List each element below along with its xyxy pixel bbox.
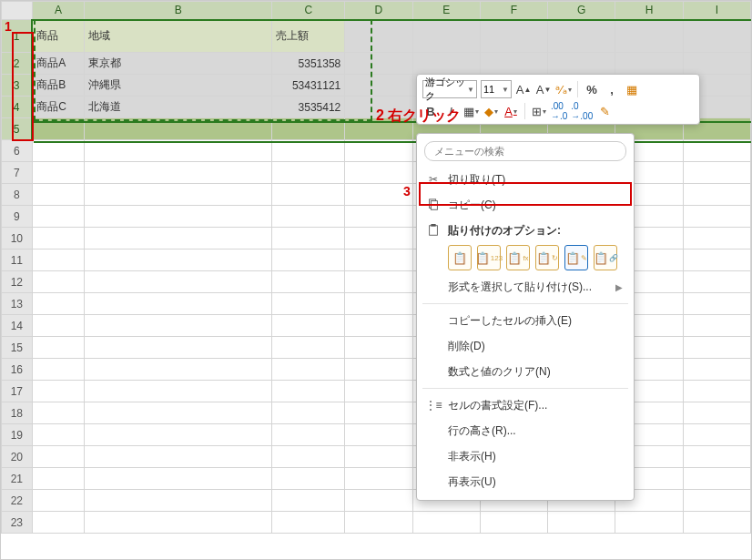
row-header-23[interactable]: 23 <box>2 512 33 534</box>
cell-A4[interactable]: 商品C <box>32 97 85 118</box>
font-size-combo[interactable]: 11▼ <box>481 80 512 98</box>
font-name-combo[interactable]: 游ゴシック▼ <box>422 80 477 98</box>
cell-I1[interactable] <box>683 20 750 53</box>
cell-C2[interactable]: 5351358 <box>272 53 345 75</box>
copy-icon <box>426 199 441 211</box>
svg-rect-1 <box>431 201 437 210</box>
row-header-2[interactable]: 2 <box>2 53 33 75</box>
menu-unhide[interactable]: 再表示(U) <box>417 469 634 494</box>
paste-option-all[interactable]: 📋 <box>448 245 472 270</box>
row-header-4[interactable]: 4 <box>2 97 33 118</box>
menu-clear[interactable]: 数式と値のクリア(N) <box>417 359 634 384</box>
annotation-1: 1 <box>5 19 12 34</box>
format-painter-icon[interactable]: ✎ <box>596 102 613 120</box>
col-header-A[interactable]: A <box>32 2 85 20</box>
menu-format-cells[interactable]: ⋮≡ セルの書式設定(F)... <box>417 392 634 418</box>
cell-C1[interactable]: 売上額 <box>272 20 345 53</box>
phonetic-icon[interactable]: ᵃ⁄ₐ▾ <box>555 80 572 98</box>
percent-icon[interactable]: % <box>584 80 600 98</box>
menu-delete[interactable]: 削除(D) <box>417 333 634 359</box>
row-header-14[interactable]: 14 <box>2 315 33 337</box>
menu-row-height[interactable]: 行の高さ(R)... <box>417 418 634 443</box>
col-header-B[interactable]: B <box>85 2 272 20</box>
cell-C3[interactable]: 53431121 <box>272 75 345 97</box>
merge-center-icon[interactable]: ⊞▾ <box>531 102 547 120</box>
col-header-F[interactable]: F <box>480 2 547 20</box>
svg-rect-2 <box>430 226 438 236</box>
row-header-19[interactable]: 19 <box>2 424 33 446</box>
menu-copy[interactable]: コピー(C) <box>417 192 634 218</box>
row-header-20[interactable]: 20 <box>2 446 33 468</box>
row-header-8[interactable]: 8 <box>2 184 33 206</box>
col-header-G[interactable]: G <box>548 2 615 20</box>
row-header-16[interactable]: 16 <box>2 359 33 381</box>
paste-option-formatting[interactable]: 📋✎ <box>564 245 588 270</box>
cell-A3[interactable]: 商品B <box>32 75 85 97</box>
format-cells-icon: ⋮≡ <box>426 399 441 412</box>
row-header-12[interactable]: 12 <box>2 271 33 293</box>
row-header-5[interactable]: 5 <box>2 118 33 140</box>
column-header-row[interactable]: A B C D E F G H I <box>2 2 751 20</box>
paste-options-row: 📋 📋123 📋fx 📋↻ 📋✎ 📋🔗 <box>417 243 634 274</box>
menu-separator <box>422 303 628 304</box>
cell-A2[interactable]: 商品A <box>32 53 85 75</box>
annotation-2: 2 右クリック <box>376 107 461 126</box>
paste-option-formulas[interactable]: 📋fx <box>506 245 530 270</box>
row-header-11[interactable]: 11 <box>2 249 33 271</box>
context-menu: ✂ 切り取り(T) コピー(C) 貼り付けのオプション: 📋 📋123 📋fx … <box>416 133 635 501</box>
cell-G1[interactable] <box>548 20 615 53</box>
row-header-13[interactable]: 13 <box>2 293 33 315</box>
cell-B4[interactable]: 北海道 <box>85 97 272 118</box>
cell-F1[interactable] <box>480 20 547 53</box>
col-header-C[interactable]: C <box>272 2 345 20</box>
menu-insert-copied[interactable]: コピーしたセルの挿入(E) <box>417 308 634 333</box>
row-header-3[interactable]: 3 <box>2 75 33 97</box>
row-header-17[interactable]: 17 <box>2 381 33 402</box>
menu-cut[interactable]: ✂ 切り取り(T) <box>417 167 634 192</box>
menu-hide[interactable]: 非表示(H) <box>417 443 634 469</box>
row-header-10[interactable]: 10 <box>2 228 33 249</box>
cell-B2[interactable]: 東京都 <box>85 53 272 75</box>
col-header-D[interactable]: D <box>345 2 412 20</box>
menu-paste-special[interactable]: 形式を選択して貼り付け(S)... ▶ <box>417 274 634 300</box>
cut-icon: ✂ <box>426 173 441 186</box>
cell-C4[interactable]: 3535412 <box>272 97 345 118</box>
submenu-arrow-icon: ▶ <box>615 282 623 292</box>
font-color-icon[interactable]: A▾ <box>503 102 519 120</box>
decrease-decimal-icon[interactable]: .00→.0 <box>551 102 567 120</box>
row-header-6[interactable]: 6 <box>2 140 33 162</box>
cell-B3[interactable]: 沖縄県 <box>85 75 272 97</box>
menu-search[interactable] <box>424 141 626 161</box>
paste-option-values[interactable]: 📋123 <box>477 245 501 270</box>
cell-A1[interactable]: 商品 <box>32 20 85 53</box>
col-header-H[interactable]: H <box>615 2 683 20</box>
row-header-18[interactable]: 18 <box>2 402 33 424</box>
menu-separator <box>422 388 628 389</box>
fill-color-icon[interactable]: ◆▾ <box>483 102 499 120</box>
cell-D1[interactable] <box>345 20 412 53</box>
row-header-21[interactable]: 21 <box>2 468 33 490</box>
cell-E1[interactable] <box>412 20 480 53</box>
menu-search-input[interactable] <box>424 141 626 161</box>
row-header-9[interactable]: 9 <box>2 206 33 228</box>
annotation-3: 3 <box>403 184 411 199</box>
row-header-15[interactable]: 15 <box>2 337 33 359</box>
paste-option-transpose[interactable]: 📋↻ <box>535 245 559 270</box>
decrease-font-icon[interactable]: A▼ <box>535 80 552 98</box>
table-format-icon[interactable]: ▦ <box>624 80 640 98</box>
paste-option-link[interactable]: 📋🔗 <box>594 245 617 270</box>
col-header-I[interactable]: I <box>683 2 750 20</box>
col-header-E[interactable]: E <box>412 2 480 20</box>
border-icon[interactable]: ▦▾ <box>462 102 479 120</box>
row-header-7[interactable]: 7 <box>2 162 33 184</box>
select-all-corner[interactable] <box>2 2 33 20</box>
increase-font-icon[interactable]: A▲ <box>515 80 532 98</box>
svg-rect-3 <box>431 224 435 227</box>
menu-paste-options-label: 貼り付けのオプション: <box>417 218 634 243</box>
comma-icon[interactable]: , <box>604 80 620 98</box>
cell-H1[interactable] <box>615 20 683 53</box>
increase-decimal-icon[interactable]: .0→.00 <box>571 102 593 120</box>
cell-B1[interactable]: 地域 <box>85 20 272 53</box>
paste-icon <box>426 224 441 237</box>
row-header-22[interactable]: 22 <box>2 490 33 512</box>
